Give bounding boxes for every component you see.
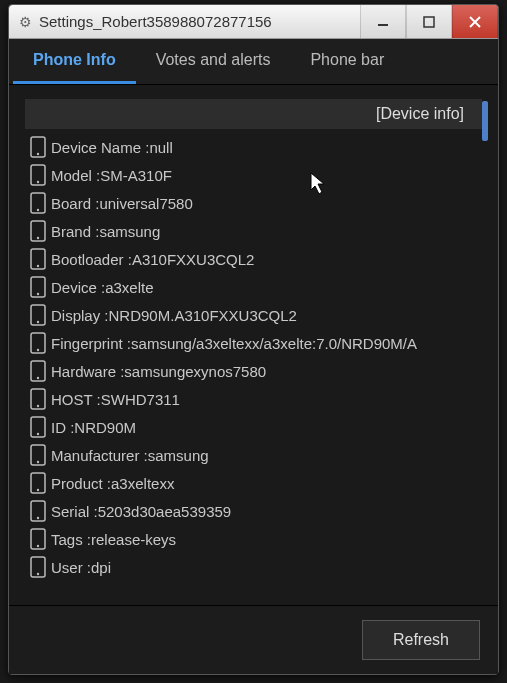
device-info-list: Device Name :nullModel :SM-A310FBoard :u… [17,133,490,597]
gear-icon: ⚙ [17,14,33,30]
content-area: [Device info] Device Name :nullModel :SM… [9,85,498,605]
svg-point-11 [37,237,39,239]
section-header: [Device info] [25,99,482,129]
window-controls [360,5,498,38]
phone-icon [25,556,51,578]
svg-point-29 [37,489,39,491]
list-item[interactable]: User :dpi [25,553,482,581]
list-item[interactable]: Fingerprint :samsung/a3xeltexx/a3xelte:7… [25,329,482,357]
phone-icon [25,388,51,410]
svg-point-27 [37,461,39,463]
phone-icon [25,360,51,382]
tab-votes-and-alerts[interactable]: Votes and alerts [136,39,291,84]
svg-point-19 [37,349,39,351]
row-label: Hardware : [51,363,124,380]
maximize-button[interactable] [406,5,452,38]
list-item[interactable]: Brand :samsung [25,217,482,245]
svg-point-31 [37,517,39,519]
tab-bar: Phone InfoVotes and alertsPhone bar [9,39,498,85]
list-item[interactable]: Tags :release-keys [25,525,482,553]
phone-icon [25,220,51,242]
titlebar[interactable]: ⚙ Settings_Robert358988072877156 [9,5,498,39]
phone-icon [25,472,51,494]
svg-point-33 [37,545,39,547]
list-item[interactable]: Device Name :null [25,133,482,161]
row-label: Display : [51,307,109,324]
row-label: Manufacturer : [51,447,148,464]
row-value: samsungexynos7580 [124,363,266,380]
svg-point-21 [37,377,39,379]
row-value: a3xeltexx [111,475,174,492]
refresh-button[interactable]: Refresh [362,620,480,660]
row-label: Model : [51,167,100,184]
row-value: samsung/a3xeltexx/a3xelte:7.0/NRD90M/A [131,335,417,352]
list-item[interactable]: Board :universal7580 [25,189,482,217]
phone-icon [25,276,51,298]
window-title: Settings_Robert358988072877156 [39,13,360,30]
phone-icon [25,500,51,522]
row-value: A310FXXU3CQL2 [132,251,255,268]
svg-point-5 [37,153,39,155]
footer: Refresh [9,605,498,674]
row-label: ID : [51,419,74,436]
row-value: 5203d30aea539359 [98,503,231,520]
scrollbar-thumb[interactable] [482,101,488,141]
row-label: Device : [51,279,105,296]
list-item[interactable]: Bootloader :A310FXXU3CQL2 [25,245,482,273]
list-item[interactable]: Serial :5203d30aea539359 [25,497,482,525]
row-label: HOST : [51,391,101,408]
row-label: Device Name : [51,139,149,156]
tab-phone-info[interactable]: Phone Info [13,39,136,84]
row-value: NRD90M.A310FXXU3CQL2 [109,307,297,324]
svg-point-15 [37,293,39,295]
tab-phone-bar[interactable]: Phone bar [290,39,404,84]
row-label: Serial : [51,503,98,520]
phone-icon [25,192,51,214]
svg-point-23 [37,405,39,407]
row-value: universal7580 [99,195,192,212]
row-value: release-keys [91,531,176,548]
phone-icon [25,164,51,186]
phone-icon [25,416,51,438]
row-value: samsung [148,447,209,464]
row-label: Board : [51,195,99,212]
svg-point-9 [37,209,39,211]
list-item[interactable]: ID :NRD90M [25,413,482,441]
list-item[interactable]: Device :a3xelte [25,273,482,301]
svg-point-35 [37,573,39,575]
list-item[interactable]: Product :a3xeltexx [25,469,482,497]
phone-icon [25,304,51,326]
row-label: Fingerprint : [51,335,131,352]
row-label: Bootloader : [51,251,132,268]
svg-rect-1 [424,17,434,27]
close-button[interactable] [452,5,498,38]
phone-icon [25,332,51,354]
row-label: Brand : [51,223,99,240]
row-value: NRD90M [74,419,136,436]
list-item[interactable]: Model :SM-A310F [25,161,482,189]
row-value: dpi [91,559,111,576]
svg-point-25 [37,433,39,435]
row-label: User : [51,559,91,576]
row-value: a3xelte [105,279,153,296]
row-label: Product : [51,475,111,492]
row-value: samsung [99,223,160,240]
minimize-button[interactable] [360,5,406,38]
list-item[interactable]: HOST :SWHD7311 [25,385,482,413]
list-item[interactable]: Manufacturer :samsung [25,441,482,469]
phone-icon [25,248,51,270]
svg-point-13 [37,265,39,267]
svg-point-7 [37,181,39,183]
row-value: SM-A310F [100,167,172,184]
phone-icon [25,528,51,550]
svg-point-17 [37,321,39,323]
phone-icon [25,136,51,158]
list-item[interactable]: Display :NRD90M.A310FXXU3CQL2 [25,301,482,329]
row-label: Tags : [51,531,91,548]
row-value: SWHD7311 [101,391,180,408]
list-item[interactable]: Hardware :samsungexynos7580 [25,357,482,385]
phone-icon [25,444,51,466]
settings-window: ⚙ Settings_Robert358988072877156 Phone I… [8,4,499,675]
row-value: null [149,139,172,156]
